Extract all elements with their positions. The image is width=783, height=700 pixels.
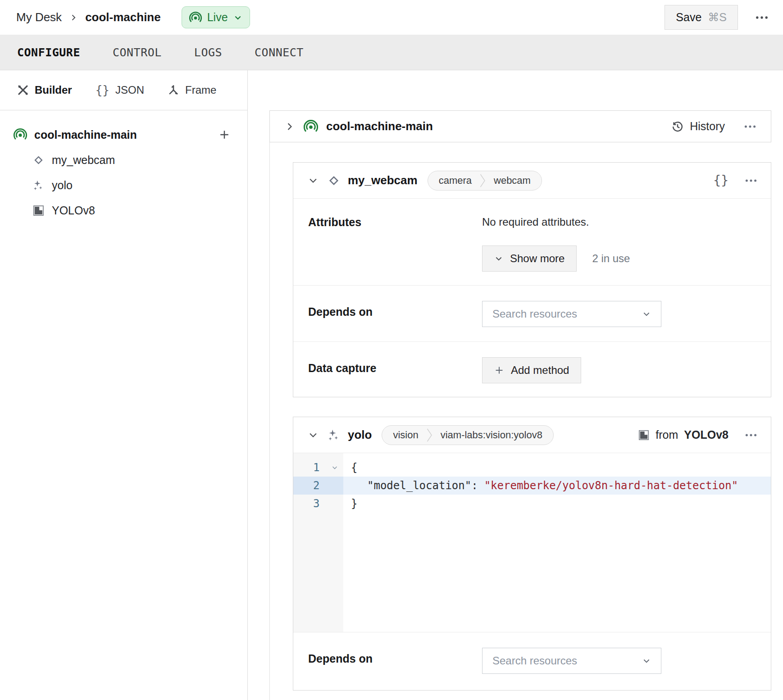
editor-content[interactable]: { "model_location":"keremberke/yolov8n-h… xyxy=(343,453,771,632)
show-more-label: Show more xyxy=(510,252,564,265)
config-row-attributes: Attributes No required attributes. Show … xyxy=(293,199,771,286)
chevron-right-icon xyxy=(285,122,295,132)
tab-connect[interactable]: CONNECT xyxy=(255,46,304,59)
tab-logs[interactable]: LOGS xyxy=(194,46,222,59)
config-row-depends-on: Depends on Search resources xyxy=(293,286,771,342)
live-label: Live xyxy=(207,11,228,24)
vision-service-sparkles-icon xyxy=(32,179,45,191)
tree-item-my-webcam[interactable]: my_webcam xyxy=(0,147,247,173)
tab-configure[interactable]: CONFIGURE xyxy=(17,46,80,59)
tree-item-label: my_webcam xyxy=(52,154,115,167)
chevron-down-icon xyxy=(494,254,503,263)
ellipsis-icon xyxy=(744,173,758,188)
line-number: 3 xyxy=(293,495,343,513)
component-card-my-webcam: my_webcam camera webcam {} Attributes No… xyxy=(293,162,771,397)
chevron-down-icon xyxy=(308,176,318,186)
part-more-menu-button[interactable] xyxy=(743,119,757,134)
tab-control[interactable]: CONTROL xyxy=(113,46,162,59)
depends-on-select[interactable]: Search resources xyxy=(482,648,661,674)
plus-icon xyxy=(494,365,504,375)
module-icon xyxy=(638,429,650,441)
depends-on-label: Depends on xyxy=(293,632,482,691)
braces-icon: {} xyxy=(96,83,109,97)
line-number-active: 2 xyxy=(293,477,343,495)
mode-frame[interactable]: Frame xyxy=(168,84,216,96)
json-attributes-editor[interactable]: 1 2 3 { "model_location":"keremberke/yol… xyxy=(293,453,771,632)
ellipsis-icon xyxy=(743,119,757,134)
data-capture-label: Data capture xyxy=(293,342,482,398)
from-module-name: YOLOv8 xyxy=(684,428,728,441)
line-number: 1 xyxy=(293,459,343,477)
attributes-label: Attributes xyxy=(293,199,482,285)
vision-service-sparkles-icon xyxy=(327,428,341,442)
tree-item-machine-part[interactable]: cool-machine-main xyxy=(0,122,247,147)
mode-builder[interactable]: Builder xyxy=(17,84,72,96)
tree-item-label: YOLOv8 xyxy=(52,204,95,217)
code-fold-icon[interactable] xyxy=(331,459,338,477)
collapse-card-button[interactable] xyxy=(308,430,318,440)
config-mode-bar: Builder {} JSON Frame xyxy=(0,70,247,110)
history-clock-icon xyxy=(671,120,684,133)
ellipsis-icon xyxy=(754,10,769,25)
edit-json-button[interactable]: {} xyxy=(713,173,728,188)
save-label: Save xyxy=(676,11,701,24)
mode-json[interactable]: {} JSON xyxy=(96,83,144,97)
component-type: camera xyxy=(431,175,480,186)
json-string-value: "keremberke/yolov8n-hard-hat-detection" xyxy=(484,479,738,492)
tree-item-yolov8-module[interactable]: YOLOv8 xyxy=(0,198,247,223)
machine-part-icon xyxy=(304,119,318,134)
chevron-down-icon xyxy=(308,430,318,440)
code-line-1: { xyxy=(343,459,771,477)
card-more-menu-button[interactable] xyxy=(744,428,758,442)
depends-on-label: Depends on xyxy=(293,286,482,341)
breadcrumb-current: cool-machine xyxy=(85,10,161,24)
show-more-button[interactable]: Show more xyxy=(482,245,577,272)
camera-component-icon xyxy=(327,174,341,187)
builder-tools-icon xyxy=(17,84,29,96)
component-model: webcam xyxy=(486,175,539,186)
service-model: viam-labs:vision:yolov8 xyxy=(432,429,551,441)
plus-icon xyxy=(219,129,230,141)
part-title: cool-machine-main xyxy=(326,119,433,133)
card-more-menu-button[interactable] xyxy=(744,173,758,188)
attributes-empty-text: No required attributes. xyxy=(482,216,771,228)
add-resource-button[interactable] xyxy=(219,129,230,141)
add-method-label: Add method xyxy=(511,364,569,377)
code-line-2: "model_location":"keremberke/yolov8n-har… xyxy=(343,477,771,495)
config-main-panel: cool-machine-main History m xyxy=(248,70,783,700)
depends-on-placeholder: Search resources xyxy=(492,308,577,320)
save-shortcut: ⌘S xyxy=(708,11,727,24)
tree-connector-line xyxy=(269,142,270,700)
module-icon xyxy=(32,205,45,217)
history-label: History xyxy=(690,120,725,133)
component-name: my_webcam xyxy=(348,173,418,187)
part-collapse-button[interactable] xyxy=(285,122,295,132)
chevron-down-icon xyxy=(642,656,651,665)
machine-status-live-button[interactable]: Live xyxy=(182,6,250,28)
config-sidebar: Builder {} JSON Frame cool-mach xyxy=(0,70,248,700)
json-key: "model_location": xyxy=(367,479,478,492)
mode-json-label: JSON xyxy=(115,84,144,96)
tree-item-label: yolo xyxy=(52,179,73,192)
service-card-yolo: yolo vision viam-labs:vision:yolov8 f xyxy=(293,417,771,691)
code-line-3: } xyxy=(343,495,771,513)
header-actions: Save ⌘S xyxy=(665,5,769,30)
config-row-depends-on: Depends on Search resources xyxy=(293,632,771,691)
service-name: yolo xyxy=(348,428,372,442)
depends-on-select[interactable]: Search resources xyxy=(482,301,661,327)
add-method-button[interactable]: Add method xyxy=(482,357,581,383)
history-button[interactable]: History xyxy=(671,120,725,133)
top-header: My Desk cool-machine Live Save ⌘S xyxy=(0,0,783,35)
breadcrumb-parent-link[interactable]: My Desk xyxy=(16,10,62,24)
header-more-menu-button[interactable] xyxy=(754,10,769,25)
resource-tree: cool-machine-main my_webcam yolo xyxy=(0,110,247,223)
main-tab-bar: CONFIGURE CONTROL LOGS CONNECT xyxy=(0,35,783,70)
breadcrumb: My Desk cool-machine xyxy=(16,10,161,24)
collapse-card-button[interactable] xyxy=(308,176,318,186)
tree-item-yolo[interactable]: yolo xyxy=(0,173,247,198)
chevron-down-icon xyxy=(233,13,242,22)
save-button[interactable]: Save ⌘S xyxy=(665,5,738,30)
tree-item-label: cool-machine-main xyxy=(34,128,137,141)
camera-component-icon xyxy=(32,154,45,166)
config-row-data-capture: Data capture Add method xyxy=(293,342,771,398)
